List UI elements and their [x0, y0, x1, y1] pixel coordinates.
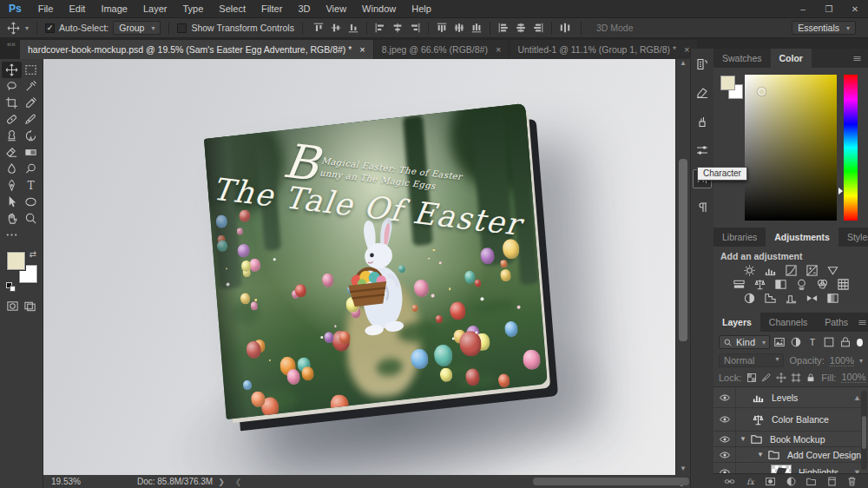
show-transform-checkbox[interactable] [177, 23, 187, 33]
gradient-tool[interactable] [22, 144, 42, 161]
black-white-icon[interactable] [774, 278, 787, 291]
menu-item-layer[interactable]: Layer [135, 3, 175, 14]
brightness-contrast-icon[interactable] [743, 264, 756, 277]
scrollbar-thumb[interactable] [679, 159, 687, 341]
more-tools[interactable] [2, 227, 22, 243]
menu-item-filter[interactable]: Filter [253, 3, 290, 14]
menu-item-edit[interactable]: Edit [61, 3, 93, 14]
group-expand-icon[interactable]: ▼ [757, 451, 764, 458]
layer-row-color-balance[interactable]: Color Balance [713, 408, 868, 432]
filter-toggle[interactable] [857, 339, 863, 346]
zoom-tool[interactable] [22, 210, 42, 227]
levels-icon[interactable] [764, 264, 777, 277]
lasso-tool[interactable] [2, 78, 22, 95]
curves-icon[interactable] [785, 264, 798, 277]
quick-select-tool[interactable] [22, 78, 42, 95]
distribute-vertical-centers-icon[interactable] [451, 21, 467, 35]
status-popup-icon[interactable]: ❯ [213, 478, 230, 486]
restore-button[interactable]: ❐ [816, 0, 842, 17]
menu-item-select[interactable]: Select [211, 3, 253, 14]
layer-row-book-mockup[interactable]: ▼Book Mockup [713, 432, 868, 447]
move-tool[interactable] [2, 62, 22, 78]
pixel-layer-filter-icon[interactable] [773, 336, 786, 348]
saturation-brightness-field[interactable] [745, 75, 837, 221]
gradient-map-icon[interactable] [806, 292, 819, 305]
photo-filter-icon[interactable] [795, 278, 808, 291]
distribute-bottom-edges-icon[interactable] [469, 21, 484, 35]
clone-stamp-tool[interactable] [2, 128, 22, 144]
blend-mode-dropdown[interactable]: Normal▾ [719, 353, 784, 367]
quick-mask-icon[interactable] [6, 300, 19, 313]
brush-tool[interactable] [22, 111, 42, 128]
auto-select-checkbox[interactable]: ✓ [45, 23, 55, 33]
eyedropper-tool[interactable] [22, 95, 42, 111]
healing-brush-tool[interactable] [2, 111, 22, 128]
default-colors-icon[interactable] [6, 282, 16, 293]
color-cursor[interactable] [758, 88, 766, 96]
align-left-edges-icon[interactable] [372, 21, 388, 35]
visibility-eye-icon[interactable] [713, 447, 736, 462]
scroll-left-icon[interactable]: ❮ [230, 478, 247, 486]
new-adjustment-layer-icon[interactable] [786, 476, 797, 487]
visibility-eye-icon[interactable] [713, 432, 736, 446]
document-tab-2[interactable]: 8.jpeg @ 66.6% (RGB/8#)× [374, 40, 510, 59]
adjustments-tab-styles[interactable]: Styles [838, 228, 868, 247]
brush-settings-icon[interactable] [693, 141, 712, 160]
delete-layer-icon[interactable] [846, 476, 858, 487]
lock-paint-icon[interactable] [761, 373, 772, 383]
layers-tab-paths[interactable]: Paths [816, 313, 857, 332]
tool-preset-caret-icon[interactable]: ▾ [25, 24, 29, 32]
adjustment-layer-filter-icon[interactable] [790, 336, 802, 348]
menu-item-help[interactable]: Help [404, 3, 439, 14]
type-layer-filter-icon[interactable]: T [806, 336, 819, 348]
layer-filter-kind-dropdown[interactable]: Kind ▾ [719, 335, 770, 349]
scrollbar-thumb[interactable] [533, 478, 689, 485]
distribute-spacing-icon[interactable] [557, 21, 573, 35]
layer-thumbnail[interactable] [771, 465, 792, 473]
close-tab-icon[interactable]: × [496, 44, 501, 55]
canvas-vertical-scrollbar[interactable]: ▲ ▼ [675, 59, 690, 475]
eraser-tool[interactable] [2, 144, 22, 161]
blur-tool[interactable] [2, 161, 22, 177]
clone-source-icon[interactable] [693, 83, 712, 102]
canvas[interactable]: B Magical Easter: The of Easter unny an … [43, 59, 675, 475]
foreground-color-swatch[interactable] [720, 76, 735, 90]
tab-overflow-icon[interactable]: «« [3, 39, 19, 49]
layer-mask-icon[interactable] [765, 476, 776, 487]
scroll-down-icon[interactable]: ▼ [676, 465, 690, 473]
menu-item-window[interactable]: Window [354, 3, 404, 14]
panel-menu-icon[interactable] [857, 313, 868, 332]
marquee-tool[interactable] [22, 62, 42, 78]
menu-item-type[interactable]: Type [175, 3, 212, 14]
hue-saturation-icon[interactable] [733, 278, 746, 291]
dodge-tool[interactable] [22, 161, 42, 177]
auto-select-target-dropdown[interactable]: Group▾ [113, 21, 161, 35]
posterize-icon[interactable] [764, 292, 777, 305]
shape-tool[interactable] [22, 194, 42, 210]
screen-mode-icon[interactable] [23, 300, 36, 313]
distribute-left-edges-icon[interactable] [496, 21, 511, 35]
pen-tool[interactable] [2, 177, 22, 194]
invert-icon[interactable] [743, 292, 756, 305]
link-layers-icon[interactable] [724, 476, 735, 487]
visibility-eye-icon[interactable] [713, 387, 736, 407]
selective-color-icon[interactable] [826, 292, 839, 305]
channel-mixer-icon[interactable] [816, 278, 829, 291]
workspace-switcher[interactable]: Essentials▾ [792, 21, 856, 35]
layers-tab-layers[interactable]: Layers [713, 313, 760, 332]
color-lookup-icon[interactable] [837, 278, 850, 291]
exposure-icon[interactable] [806, 264, 819, 277]
brushes-icon[interactable] [693, 112, 712, 131]
opacity-value[interactable]: 100% [830, 355, 854, 366]
history-brush-tool[interactable] [22, 128, 42, 144]
color-tab-color[interactable]: Color [771, 49, 812, 68]
new-layer-icon[interactable] [826, 476, 838, 487]
menu-item-image[interactable]: Image [93, 3, 135, 14]
shape-layer-filter-icon[interactable] [823, 336, 835, 348]
path-select-tool[interactable] [2, 194, 22, 210]
visibility-eye-icon[interactable] [713, 463, 736, 473]
hand-tool[interactable] [2, 210, 22, 227]
close-button[interactable]: ✕ [842, 0, 868, 17]
close-tab-icon[interactable]: × [359, 44, 365, 55]
layer-row-highlights[interactable]: Highlights▼ [713, 463, 868, 473]
